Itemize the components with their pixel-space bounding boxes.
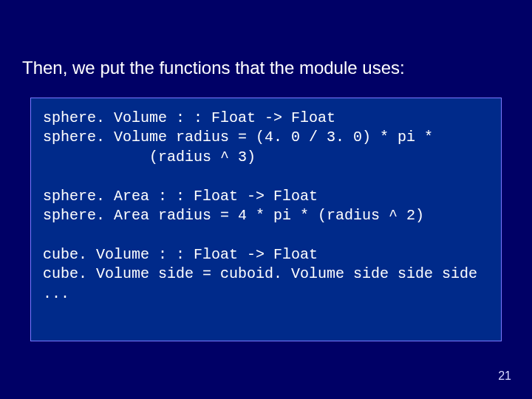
slide-title: Then, we put the functions that the modu… [22,58,405,78]
page-number: 21 [498,369,511,383]
code-block: sphere. Volume : : Float -> Float sphere… [30,98,502,341]
slide: Then, we put the functions that the modu… [0,0,532,399]
